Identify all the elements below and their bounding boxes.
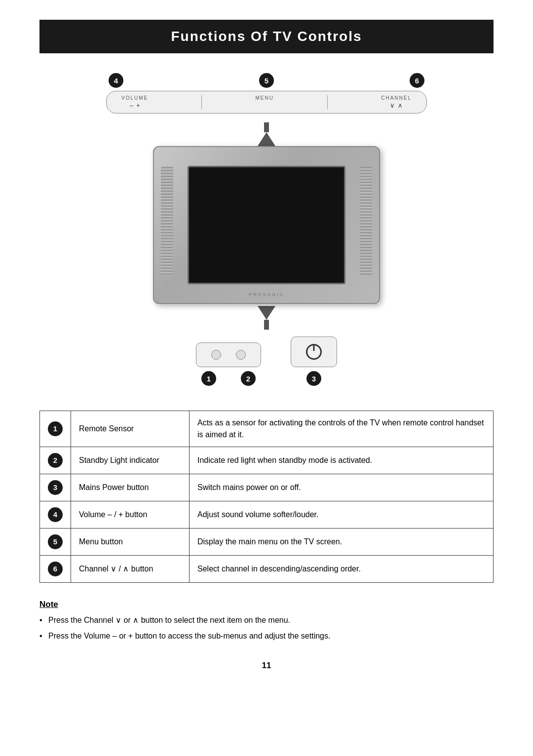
standby-light-circle	[236, 350, 246, 360]
table-row: 4 Volume – / + button Adjust sound volum…	[40, 501, 494, 529]
row-5-num: 5	[40, 529, 71, 556]
channel-down: ∨	[390, 102, 395, 109]
row-2-badge: 2	[48, 453, 63, 468]
row-2-desc: Indicate red light when standby mode is …	[190, 447, 494, 474]
table-row: 2 Standby Light indicator Indicate red l…	[40, 447, 494, 474]
row-4-name: Volume – / + button	[71, 501, 190, 529]
diagram-area: 4 5 6 VOLUME – +	[39, 73, 494, 386]
power-button-section: 3	[291, 337, 337, 386]
tv-screen	[188, 166, 345, 284]
table-row: 5 Menu button Display the main menu on t…	[40, 529, 494, 556]
channel-section: CHANNEL ∨ ∧	[381, 95, 412, 109]
page-header: Functions Of TV Controls	[39, 20, 494, 53]
tv-container: PROSONIC	[153, 146, 380, 304]
row-5-badge: 5	[48, 534, 63, 549]
row-5-desc: Display the main menu on the TV screen.	[190, 529, 494, 556]
divider-2	[327, 95, 328, 109]
row-5-name: Menu button	[71, 529, 190, 556]
tv-speaker-left	[161, 167, 173, 275]
badge-1: 1	[201, 371, 216, 386]
power-btn-box	[291, 337, 337, 367]
page: Functions Of TV Controls 4 5 6 VOLUME –	[0, 0, 533, 756]
control-bar-row: VOLUME – + MENU CHANNEL	[39, 91, 494, 113]
row-3-name: Mains Power button	[71, 474, 190, 501]
volume-buttons: – +	[130, 102, 140, 109]
volume-plus: +	[136, 102, 140, 109]
badge-4-container: 4	[109, 73, 123, 88]
badge-4: 4	[109, 73, 123, 88]
power-icon	[306, 344, 322, 360]
row-3-num: 3	[40, 474, 71, 501]
menu-spacer	[262, 102, 267, 109]
badge-3-container: 3	[306, 371, 321, 386]
badge-3: 3	[306, 371, 321, 386]
row-6-num: 6	[40, 556, 71, 583]
notes-title: Note	[39, 600, 494, 609]
info-table: 1 Remote Sensor Acts as a sensor for act…	[39, 411, 494, 583]
menu-section: MENU	[255, 95, 273, 109]
note-item-2: Press the Volume – or + button to access…	[39, 630, 494, 642]
row-1-desc: Acts as a sensor for activating the cont…	[190, 411, 494, 447]
row-4-badge: 4	[48, 507, 63, 522]
row-1-name: Remote Sensor	[71, 411, 190, 447]
row-4-num: 4	[40, 501, 71, 529]
front-panel-section: 1 2	[196, 342, 261, 386]
badge-5: 5	[259, 73, 274, 88]
volume-minus: –	[130, 102, 133, 109]
tv-brand: PROSONIC	[249, 292, 284, 297]
arrow-down-container	[258, 306, 275, 330]
row-4-desc: Adjust sound volume softer/louder.	[190, 501, 494, 529]
notes-section: Note Press the Channel ∨ or ∧ button to …	[39, 600, 494, 646]
row-2-name: Standby Light indicator	[71, 447, 190, 474]
bottom-section-wrapper: 1 2 3	[196, 337, 337, 386]
volume-label: VOLUME	[121, 95, 148, 101]
row-6-desc: Select channel in descending/ascending o…	[190, 556, 494, 583]
menu-label: MENU	[255, 95, 273, 101]
table-row: 1 Remote Sensor Acts as a sensor for act…	[40, 411, 494, 447]
badge-5-container: 5	[259, 73, 274, 88]
table-row: 6 Channel ∨ / ∧ button Select channel in…	[40, 556, 494, 583]
notes-list: Press the Channel ∨ or ∧ button to selec…	[39, 614, 494, 642]
badge-6: 6	[410, 73, 424, 88]
remote-sensor-circle	[211, 350, 221, 360]
row-3-desc: Switch mains power on or off.	[190, 474, 494, 501]
tv-body: PROSONIC	[153, 146, 380, 304]
row-6-badge: 6	[48, 562, 63, 576]
channel-label: CHANNEL	[381, 95, 412, 101]
row-1-badge: 1	[48, 421, 63, 436]
arrow-up-container	[258, 122, 275, 146]
badge-2: 2	[241, 371, 256, 386]
page-title: Functions Of TV Controls	[171, 29, 362, 44]
bottom-left-badges: 1 2	[201, 371, 256, 386]
volume-section: VOLUME – +	[121, 95, 148, 109]
row-6-name: Channel ∨ / ∧ button	[71, 556, 190, 583]
badge-row-top: 4 5 6	[109, 73, 424, 88]
channel-buttons: ∨ ∧	[390, 102, 403, 109]
table-row: 3 Mains Power button Switch mains power …	[40, 474, 494, 501]
divider-1	[201, 95, 202, 109]
channel-up: ∧	[398, 102, 403, 109]
control-bar: VOLUME – + MENU CHANNEL	[106, 91, 427, 113]
row-3-badge: 3	[48, 480, 63, 495]
badge-6-container: 6	[410, 73, 424, 88]
menu-button-area	[262, 102, 267, 109]
row-2-num: 2	[40, 447, 71, 474]
row-1-num: 1	[40, 411, 71, 447]
front-panel	[196, 342, 261, 367]
page-number: 11	[262, 661, 271, 671]
note-item-1: Press the Channel ∨ or ∧ button to selec…	[39, 614, 494, 626]
tv-speaker-right	[360, 167, 372, 275]
